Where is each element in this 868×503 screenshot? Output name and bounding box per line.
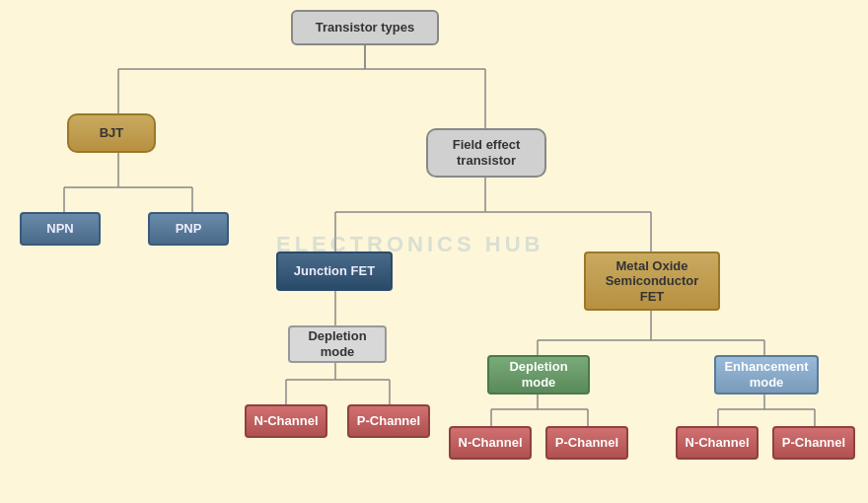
jfet-node: Junction FET — [276, 252, 393, 291]
fet-node: Field effect transistor — [426, 128, 546, 178]
nchan2-node: N-Channel — [449, 426, 532, 460]
enh-node: Enhancement mode — [714, 355, 819, 395]
npn-node: NPN — [20, 212, 101, 246]
pchan3-node: P-Channel — [772, 426, 855, 460]
mosfet-node: Metal Oxide Semiconductor FET — [584, 252, 720, 311]
root-node: Transistor types — [291, 10, 439, 45]
nchan3-node: N-Channel — [676, 426, 759, 460]
dep-mos-node: Depletion mode — [487, 355, 590, 395]
dep-jfet-node: Depletion mode — [288, 325, 387, 363]
pchan1-node: P-Channel — [347, 404, 430, 438]
pchan2-node: P-Channel — [545, 426, 628, 460]
diagram: ELECTRONICS HUB Transistor types BJT NPN… — [0, 0, 868, 503]
nchan1-node: N-Channel — [245, 404, 327, 438]
bjt-node: BJT — [67, 113, 156, 153]
pnp-node: PNP — [148, 212, 229, 246]
